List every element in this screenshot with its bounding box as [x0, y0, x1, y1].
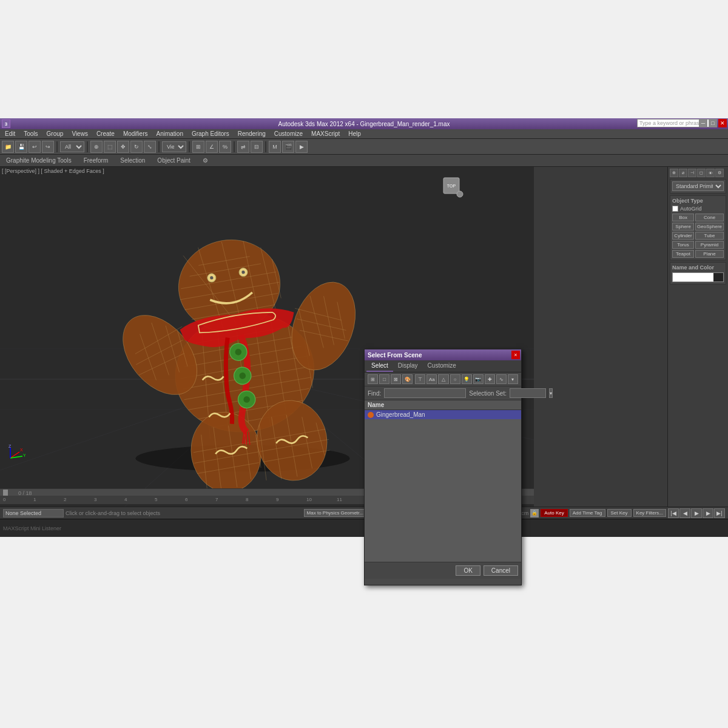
- percent-snap[interactable]: %: [219, 141, 231, 153]
- menu-edit[interactable]: Edit: [3, 130, 17, 138]
- align-button[interactable]: ⊟: [251, 141, 263, 153]
- select-button[interactable]: ⊕: [90, 141, 103, 153]
- convert-to-phys-button[interactable]: Max to Physics Geometr...: [304, 509, 366, 517]
- autogrid-checkbox[interactable]: [672, 206, 678, 212]
- helpers-filter[interactable]: ✚: [485, 374, 495, 384]
- graphite-tab-selection[interactable]: Selection: [117, 157, 148, 164]
- graphite-tab-extra[interactable]: ⚙: [200, 157, 211, 164]
- play-button[interactable]: ▶: [691, 508, 702, 518]
- cameras-filter[interactable]: 📷: [473, 374, 484, 384]
- geometry-filter[interactable]: △: [438, 374, 448, 384]
- tab-display[interactable]: Display: [393, 360, 423, 372]
- graphite-tab-freeform[interactable]: Freeform: [81, 157, 112, 164]
- snap-toggle[interactable]: ⊞: [192, 141, 204, 153]
- goto-start-button[interactable]: |◀: [668, 508, 679, 518]
- render-button[interactable]: ▶: [295, 141, 308, 153]
- selection-set-input[interactable]: [510, 388, 546, 398]
- sphere-button[interactable]: Sphere: [672, 223, 694, 231]
- primitives-dropdown[interactable]: Standard Primitives: [672, 181, 724, 191]
- viewcube[interactable]: TOP: [439, 173, 464, 198]
- dialog-object-list[interactable]: Gingerbread_Man: [365, 410, 521, 562]
- dialog-close-button[interactable]: ×: [511, 351, 520, 359]
- modify-icon[interactable]: ⌀: [679, 169, 687, 177]
- graphite-tab-modeling[interactable]: Graphite Modeling Tools: [3, 157, 75, 164]
- angle-snap[interactable]: ∠: [206, 141, 218, 153]
- open-button[interactable]: 📁: [2, 141, 14, 153]
- case-sensitive[interactable]: Aa: [426, 374, 437, 384]
- auto-key-button[interactable]: Auto Key: [541, 509, 567, 517]
- cylinder-button[interactable]: Cylinder: [672, 232, 694, 240]
- render-setup[interactable]: 🎬: [282, 141, 294, 153]
- key-filters-button[interactable]: Key Filters...: [633, 509, 666, 517]
- teapot-button[interactable]: Teapot: [672, 250, 694, 258]
- menu-views[interactable]: Views: [70, 130, 90, 138]
- select-by-color[interactable]: 🎨: [402, 374, 413, 384]
- goto-end-button[interactable]: ▶|: [714, 508, 725, 518]
- move-button[interactable]: ✥: [117, 141, 129, 153]
- select-none-btn[interactable]: □: [379, 374, 389, 384]
- color-swatch[interactable]: [713, 273, 723, 281]
- motion-icon[interactable]: ◻: [697, 169, 706, 177]
- pyramid-button[interactable]: Pyramid: [695, 241, 724, 249]
- menu-maxscript[interactable]: MAXScript: [309, 130, 342, 138]
- hierarchy-icon[interactable]: ⊣: [688, 169, 696, 177]
- name-color-field[interactable]: [672, 272, 724, 282]
- menu-rendering[interactable]: Rendering: [236, 130, 268, 138]
- menu-animation[interactable]: Animation: [154, 130, 184, 138]
- graphite-tab-paint[interactable]: Object Paint: [154, 157, 193, 164]
- maximize-button[interactable]: □: [709, 119, 717, 127]
- menu-help[interactable]: Help: [346, 130, 363, 138]
- find-input[interactable]: [384, 388, 466, 398]
- list-item[interactable]: Gingerbread_Man: [365, 410, 521, 419]
- tube-button[interactable]: Tube: [695, 232, 724, 240]
- display-icon[interactable]: 👁: [706, 169, 715, 177]
- all-filter[interactable]: ▾: [508, 374, 518, 384]
- prev-frame-button[interactable]: ◀: [679, 508, 690, 518]
- mirror-button[interactable]: ⇌: [237, 141, 249, 153]
- box-button[interactable]: Box: [672, 214, 694, 221]
- add-time-tag-button[interactable]: Add Time Tag: [570, 509, 605, 517]
- view-dropdown[interactable]: View: [162, 141, 186, 152]
- menu-tools[interactable]: Tools: [22, 130, 39, 138]
- create-icon[interactable]: ⊕: [670, 169, 678, 177]
- redo-button[interactable]: ↪: [42, 141, 54, 153]
- find-options-btn[interactable]: ▾: [549, 388, 553, 398]
- undo-button[interactable]: ↩: [29, 141, 41, 153]
- minimize-button[interactable]: ─: [699, 119, 707, 127]
- name-color-section: Name and Color: [670, 262, 726, 285]
- select-all-btn[interactable]: ⊞: [368, 374, 378, 384]
- save-button[interactable]: 💾: [15, 141, 27, 153]
- lights-filter[interactable]: 💡: [462, 374, 472, 384]
- geosphere-button[interactable]: GeoSphere: [695, 223, 724, 231]
- menu-modifiers[interactable]: Modifiers: [121, 130, 150, 138]
- invert-btn[interactable]: ⊠: [391, 374, 401, 384]
- menu-create[interactable]: Create: [95, 130, 116, 138]
- tab-select[interactable]: Select: [366, 360, 393, 372]
- menu-group[interactable]: Group: [45, 130, 66, 138]
- filter-dropdown[interactable]: All: [60, 141, 84, 152]
- close-button[interactable]: ✕: [718, 119, 727, 127]
- viewport-label: [ [Perspective] ] [ Shaded + Edged Faces…: [2, 168, 104, 174]
- cone-button[interactable]: Cone: [695, 214, 724, 221]
- select-region-button[interactable]: ⬚: [104, 141, 116, 153]
- torus-button[interactable]: Torus: [672, 241, 694, 249]
- menu-customize[interactable]: Customize: [272, 130, 305, 138]
- timeline-5: 5: [155, 497, 157, 502]
- utilities-icon[interactable]: ⚙: [715, 169, 724, 177]
- timeline-0: 0: [3, 497, 5, 502]
- material-editor[interactable]: M: [269, 141, 281, 153]
- scale-button[interactable]: ⤡: [144, 141, 156, 153]
- plane-button[interactable]: Plane: [695, 250, 724, 258]
- spacewarps-filter[interactable]: ∿: [496, 374, 507, 384]
- tab-customize[interactable]: Customize: [423, 360, 461, 372]
- set-key-button[interactable]: Set Key: [607, 509, 632, 517]
- menu-graph-editors[interactable]: Graph Editors: [190, 130, 231, 138]
- cancel-button[interactable]: Cancel: [484, 565, 518, 576]
- display-subtree[interactable]: ⊤: [415, 374, 425, 384]
- shapes-filter[interactable]: ○: [450, 374, 460, 384]
- next-frame-button[interactable]: ▶: [703, 508, 713, 518]
- timeline-7: 7: [215, 497, 218, 502]
- rotate-button[interactable]: ↻: [130, 141, 143, 153]
- lock-icon[interactable]: 🔒: [530, 509, 539, 517]
- ok-button[interactable]: OK: [456, 565, 480, 576]
